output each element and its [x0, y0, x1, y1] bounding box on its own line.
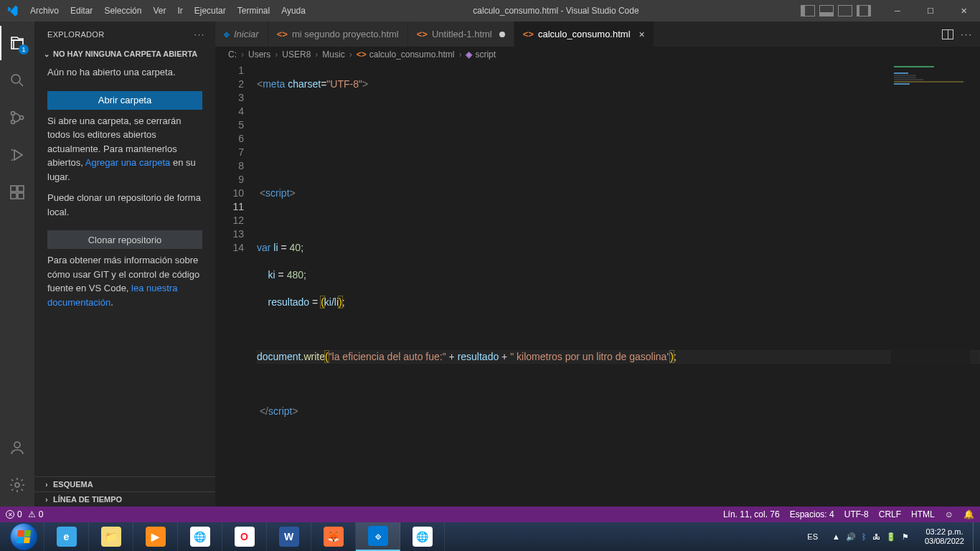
status-errors[interactable]: ✕0: [6, 509, 22, 519]
taskbar-time: 03:22 p.m.: [925, 527, 964, 537]
taskbar-language[interactable]: ES: [800, 532, 825, 541]
taskbar-chrome2[interactable]: 🌐: [400, 522, 445, 551]
svg-point-9: [15, 483, 19, 487]
split-editor-icon[interactable]: [942, 29, 953, 39]
html-file-icon: <>: [277, 29, 288, 39]
tray-up-icon[interactable]: ▲: [832, 532, 840, 541]
toggle-secondary-icon[interactable]: [838, 5, 852, 17]
section-timeline[interactable]: ›LÍNEA DE TIEMPO: [34, 491, 215, 507]
taskbar-opera[interactable]: O: [222, 522, 267, 551]
tab-close-icon[interactable]: ×: [639, 29, 645, 39]
bc-symbol[interactable]: script: [475, 50, 496, 60]
activity-debug[interactable]: [0, 138, 34, 172]
status-encoding[interactable]: UTF-8: [844, 509, 869, 519]
bc-part[interactable]: Users: [248, 50, 270, 60]
clone-repo-button[interactable]: Clonar repositorio: [47, 230, 202, 249]
menu-bar: Archivo Editar Selección Ver Ir Ejecutar…: [24, 0, 311, 22]
status-eol[interactable]: CRLF: [879, 509, 901, 519]
tray-battery-icon[interactable]: 🔋: [886, 532, 896, 542]
bc-part[interactable]: Music: [322, 50, 344, 60]
code-content[interactable]: <meta charset="UTF-8"> <script> var li =…: [257, 62, 980, 507]
toggle-panel-icon[interactable]: [819, 5, 834, 17]
tray-bluetooth-icon[interactable]: ᛒ: [862, 532, 867, 541]
activity-extensions[interactable]: [0, 175, 34, 209]
menu-view[interactable]: Ver: [147, 0, 171, 22]
tab-label: calculo_consumo.html: [538, 29, 631, 39]
symbol-icon: ◈: [466, 50, 472, 60]
taskbar-vscode[interactable]: ⟐: [356, 522, 400, 551]
layout-controls[interactable]: [801, 5, 881, 17]
tab-welcome[interactable]: ⟐ Iniciar: [215, 22, 268, 47]
minimize-button[interactable]: ─: [881, 0, 914, 22]
activity-settings[interactable]: [0, 468, 34, 502]
git-docs-note: Para obtener más información sobre cómo …: [47, 253, 202, 309]
menu-terminal[interactable]: Terminal: [232, 0, 275, 22]
chevron-right-icon: ›: [348, 50, 354, 60]
status-notifications-icon[interactable]: 🔔: [963, 509, 974, 519]
menu-help[interactable]: Ayuda: [275, 0, 311, 22]
dirty-indicator-icon: [499, 32, 505, 37]
vscode-icon: ⟐: [224, 29, 230, 39]
menu-file[interactable]: Archivo: [24, 0, 65, 22]
title-bar: Archivo Editar Selección Ver Ir Ejecutar…: [0, 0, 980, 22]
menu-go[interactable]: Ir: [171, 0, 188, 22]
chevron-right-icon: ›: [43, 496, 50, 504]
show-desktop-button[interactable]: [973, 522, 980, 551]
close-button[interactable]: ✕: [947, 0, 980, 22]
tray-network-icon[interactable]: 🖧: [872, 532, 880, 541]
activity-account[interactable]: [0, 430, 34, 465]
tray-flag-icon[interactable]: ⚑: [902, 532, 909, 542]
taskbar-word[interactable]: W: [267, 522, 311, 551]
status-lncol[interactable]: Lín. 11, col. 76: [723, 509, 780, 519]
sidebar-title: EXPLORADOR: [47, 30, 104, 39]
taskbar-firefox[interactable]: 🦊: [311, 522, 356, 551]
start-button[interactable]: [0, 522, 44, 551]
customize-layout-icon[interactable]: [857, 5, 871, 17]
bc-file[interactable]: calculo_consumo.html: [369, 50, 455, 60]
sidebar-more-icon[interactable]: ···: [194, 30, 205, 39]
taskbar-explorer[interactable]: 📁: [89, 522, 133, 551]
tab-label: Untitled-1.html: [432, 29, 492, 39]
tab-calculo[interactable]: <> calculo_consumo.html ×: [514, 22, 654, 47]
tab-untitled[interactable]: <> Untitled-1.html: [408, 22, 514, 47]
add-folder-link[interactable]: Agregar una carpeta: [85, 157, 171, 168]
section-timeline-label: LÍNEA DE TIEMPO: [53, 495, 122, 504]
status-warnings[interactable]: ⚠0: [28, 509, 44, 519]
menu-run[interactable]: Ejecutar: [189, 0, 232, 22]
html-file-icon: <>: [523, 29, 534, 39]
system-tray[interactable]: ▲ 🔊 ᛒ 🖧 🔋 ⚑: [825, 532, 916, 542]
toggle-sidebar-icon[interactable]: [801, 5, 815, 17]
tab-bar: ⟐ Iniciar <> mi segundo proyecto.html <>…: [215, 22, 980, 47]
svg-point-2: [11, 121, 15, 124]
activity-explorer[interactable]: 1: [0, 26, 34, 60]
taskbar-clock[interactable]: 03:22 p.m. 03/08/2022: [916, 527, 973, 546]
activity-search[interactable]: [0, 63, 34, 98]
status-feedback-icon[interactable]: ☺: [945, 509, 953, 519]
more-actions-icon[interactable]: ···: [961, 29, 973, 39]
bc-part[interactable]: USER8: [282, 50, 311, 60]
svg-rect-4: [11, 186, 17, 192]
section-no-folder[interactable]: ⌄NO HAY NINGUNA CARPETA ABIERTA: [34, 47, 215, 61]
status-language[interactable]: HTML: [911, 509, 935, 519]
taskbar-chrome[interactable]: 🌐: [178, 522, 222, 551]
html-file-icon: <>: [357, 50, 367, 60]
status-bar: ✕0 ⚠0 Lín. 11, col. 76 Espacios: 4 UTF-8…: [0, 507, 980, 522]
menu-edit[interactable]: Editar: [65, 0, 98, 22]
open-folder-button[interactable]: Abrir carpeta: [47, 91, 202, 110]
activity-scm[interactable]: [0, 100, 34, 135]
editor-body[interactable]: 1234567891011121314 <meta charset="UTF-8…: [215, 62, 980, 507]
explorer-sidebar: EXPLORADOR ··· ⌄NO HAY NINGUNA CARPETA A…: [34, 22, 215, 507]
status-spaces[interactable]: Espacios: 4: [790, 509, 834, 519]
window-controls: ─ ☐ ✕: [881, 0, 980, 22]
taskbar-media[interactable]: ▶: [133, 522, 178, 551]
bc-part[interactable]: C:: [228, 50, 237, 60]
svg-point-1: [11, 112, 15, 116]
section-outline[interactable]: ›ESQUEMA: [34, 476, 215, 491]
tab-proyecto[interactable]: <> mi segundo proyecto.html: [268, 22, 408, 47]
menu-selection[interactable]: Selección: [98, 0, 147, 22]
breadcrumb[interactable]: C:› Users› USER8› Music› <> calculo_cons…: [215, 47, 980, 62]
maximize-button[interactable]: ☐: [914, 0, 947, 22]
tray-volume-icon[interactable]: 🔊: [846, 532, 856, 542]
minimap[interactable]: [891, 62, 970, 507]
taskbar-ie[interactable]: e: [44, 522, 89, 551]
